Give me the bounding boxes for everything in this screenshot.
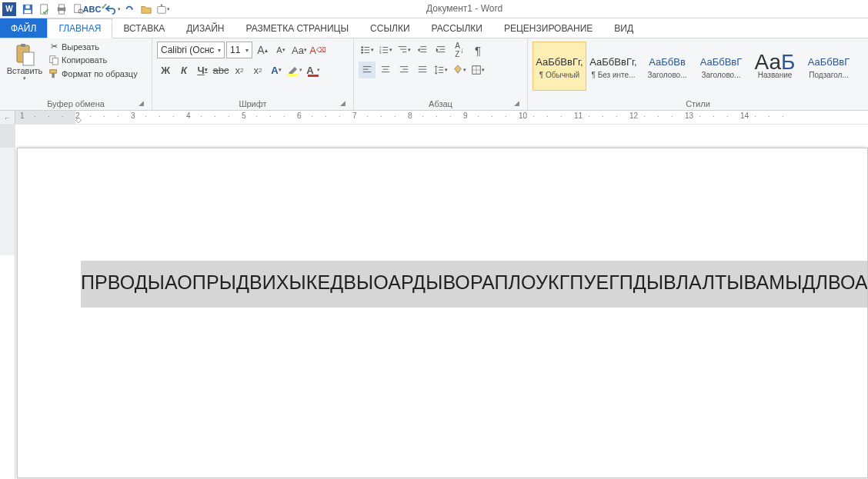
svg-rect-7 — [75, 4, 81, 12]
bold-button[interactable]: Ж — [157, 62, 174, 78]
scissors-icon: ✂ — [48, 42, 60, 52]
ribbon-tabs: ФАЙЛ ГЛАВНАЯ ВСТАВКА ДИЗАЙН РАЗМЕТКА СТР… — [0, 18, 868, 38]
spellcheck-icon[interactable]: ABC✓ — [87, 2, 104, 17]
group-clipboard-label: Буфер обмена ◢ — [5, 98, 147, 110]
style-item-2[interactable]: АаБбВвЗаголово... — [640, 42, 694, 91]
tab-layout[interactable]: РАЗМЕТКА СТРАНИЦЫ — [235, 18, 360, 38]
ruler-tick: · — [200, 112, 202, 120]
format-painter-button[interactable]: Формат по образцу — [48, 68, 138, 79]
style-item-5[interactable]: АаБбВвГПодзагол... — [802, 42, 856, 91]
strikethrough-button[interactable]: abc — [212, 62, 229, 78]
ruler-tick: · — [62, 112, 64, 120]
document-page[interactable]: ПРВОДЫАОПРЫДВИХЫКЕДВЫОАРДЫВОРАПЛОУКГПУЕГ… — [17, 148, 868, 478]
ruler-tick: · — [671, 112, 673, 120]
paste-button[interactable]: Вставить ▾ — [5, 42, 45, 83]
ruler-number: 13 — [685, 111, 693, 120]
ruler-number: 1 — [20, 111, 25, 120]
copy-button[interactable]: Копировать — [48, 55, 138, 65]
svg-rect-18 — [52, 73, 55, 78]
change-case-button[interactable]: Aa▾ — [291, 42, 308, 58]
tab-insert[interactable]: ВСТАВКА — [112, 18, 175, 38]
svg-rect-13 — [21, 44, 25, 47]
grow-font-button[interactable]: A▴ — [254, 42, 271, 58]
chevron-down-icon: ▾ — [245, 47, 249, 54]
style-item-4[interactable]: АаБНазвание — [748, 42, 802, 91]
quick-print-icon[interactable] — [53, 2, 70, 17]
superscript-button[interactable]: x2 — [249, 62, 266, 78]
text-effects-button[interactable]: A▾ — [268, 62, 285, 78]
redo-icon[interactable] — [121, 2, 138, 17]
align-right-button[interactable] — [396, 62, 412, 78]
cut-label: Вырезать — [62, 42, 99, 52]
clipboard-launcher-icon[interactable]: ◢ — [136, 99, 145, 108]
decrease-indent-button[interactable] — [414, 42, 431, 58]
tab-design[interactable]: ДИЗАЙН — [175, 18, 235, 38]
style-item-3[interactable]: АаБбВвГЗаголово... — [694, 42, 748, 91]
highlight-button[interactable]: ▾ — [286, 62, 303, 78]
show-marks-button[interactable]: ¶ — [469, 42, 486, 58]
cut-button[interactable]: ✂ Вырезать — [48, 42, 138, 52]
save-icon[interactable] — [19, 2, 36, 17]
new-doc-icon[interactable] — [36, 2, 53, 17]
font-size-value: 11 — [230, 45, 240, 55]
font-size-combo[interactable]: 11 ▾ — [226, 42, 252, 58]
ruler-area: ⌐ ◇ 1···2···3···4···5···6···7···8···9···… — [0, 111, 868, 125]
line-spacing-button[interactable]: ▾ — [432, 62, 449, 78]
ruler-number: 12 — [629, 111, 638, 120]
clear-formatting-button[interactable]: A⌫ — [309, 42, 326, 58]
multilevel-list-button[interactable]: ▾ — [396, 42, 412, 58]
svg-rect-6 — [59, 10, 65, 13]
borders-button[interactable]: ▾ — [469, 62, 486, 78]
font-launcher-icon[interactable]: ◢ — [338, 99, 347, 108]
paste-icon — [14, 43, 35, 66]
ruler-tick: · — [643, 112, 646, 120]
shrink-font-button[interactable]: A▾ — [272, 42, 289, 58]
ruler-tick: · — [699, 112, 701, 120]
group-clipboard: Вставить ▾ ✂ Вырезать Копировать — [0, 38, 152, 110]
ruler-tick: · — [255, 112, 258, 120]
bullets-button[interactable]: ▾ — [359, 42, 376, 58]
italic-button[interactable]: К — [175, 62, 192, 78]
tab-home[interactable]: ГЛАВНАЯ — [47, 18, 112, 38]
ruler-number: 8 — [408, 111, 412, 120]
touch-mode-icon[interactable]: ▾ — [155, 2, 172, 17]
ruler-tick: · — [311, 112, 313, 120]
font-name-combo[interactable]: Calibri (Оснс ▾ — [157, 42, 225, 58]
ruler-tick: · — [380, 112, 382, 120]
increase-indent-button[interactable] — [432, 42, 449, 58]
tab-references[interactable]: ССЫЛКИ — [359, 18, 420, 38]
selected-text[interactable]: ПРВОДЫАОПРЫДВИХЫКЕДВЫОАРДЫВОРАПЛОУКГПУЕГ… — [81, 261, 867, 308]
ruler-number: 14 — [740, 111, 749, 120]
ruler-tick: · — [394, 112, 396, 120]
vertical-ruler[interactable] — [0, 125, 15, 479]
sort-button[interactable]: AZ↓ — [451, 42, 468, 58]
shading-button[interactable]: ▾ — [451, 62, 468, 78]
tab-mailings[interactable]: РАССЫЛКИ — [421, 18, 493, 38]
word-logo-icon: W — [2, 2, 16, 16]
ruler-tick: · — [422, 112, 424, 120]
align-center-button[interactable] — [377, 62, 394, 78]
ruler-tick: · — [172, 112, 175, 120]
styles-gallery[interactable]: АаБбВвГг,¶ ОбычныйАаБбВвГг,¶ Без инте...… — [532, 42, 856, 91]
font-color-button[interactable]: A ▾ — [305, 62, 322, 78]
tab-review[interactable]: РЕЦЕНЗИРОВАНИЕ — [493, 18, 603, 38]
align-left-button[interactable] — [359, 62, 376, 78]
open-folder-icon[interactable] — [138, 2, 155, 17]
ruler-tick: · — [782, 112, 784, 120]
horizontal-ruler[interactable]: ◇ 1···2···3···4···5···6···7···8···9···10… — [15, 111, 868, 124]
paragraph-launcher-icon[interactable]: ◢ — [512, 99, 521, 108]
tab-view[interactable]: ВИД — [603, 18, 644, 38]
subscript-button[interactable]: x2 — [231, 62, 248, 78]
svg-rect-1 — [25, 9, 32, 12]
ruler-tick: · — [34, 112, 36, 120]
tab-file[interactable]: ФАЙЛ — [0, 18, 47, 38]
style-item-1[interactable]: АаБбВвГг,¶ Без инте... — [586, 42, 640, 91]
style-item-0[interactable]: АаБбВвГг,¶ Обычный — [532, 42, 586, 91]
numbering-button[interactable]: 123▾ — [377, 42, 394, 58]
justify-button[interactable] — [414, 62, 431, 78]
ruler-tick: · — [726, 112, 729, 120]
ruler-corner[interactable]: ⌐ — [0, 111, 15, 124]
underline-button[interactable]: Ч▾ — [194, 62, 211, 78]
chevron-down-icon: ▾ — [218, 47, 221, 54]
format-painter-icon — [48, 68, 60, 79]
